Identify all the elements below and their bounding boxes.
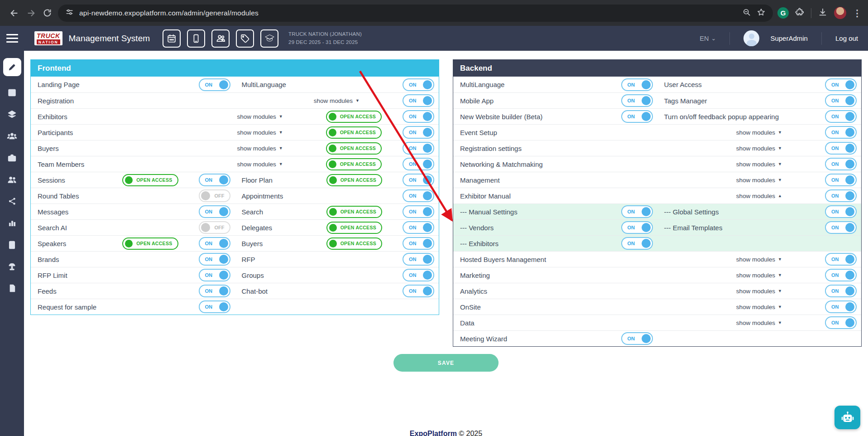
- mobile-app-button[interactable]: [187, 29, 205, 48]
- module-toggle-on[interactable]: ON: [825, 189, 857, 202]
- module-toggle-on[interactable]: ON: [403, 94, 434, 107]
- module-toggle-on[interactable]: ON: [199, 78, 230, 91]
- participants-button[interactable]: [211, 29, 230, 48]
- module-toggle-on[interactable]: ON: [199, 174, 230, 186]
- module-toggle-on[interactable]: ON: [199, 205, 230, 218]
- open-access-badge[interactable]: OPEN ACCESS: [326, 111, 382, 123]
- sidebar-item-analytics[interactable]: [3, 218, 21, 228]
- show-modules-link[interactable]: show modules▼: [237, 145, 283, 152]
- open-access-badge[interactable]: OPEN ACCESS: [326, 206, 382, 218]
- sidebar-item-layers[interactable]: [3, 109, 21, 120]
- show-modules-link[interactable]: show modules▼: [736, 320, 782, 326]
- open-access-badge[interactable]: OPEN ACCESS: [122, 237, 178, 250]
- module-toggle-on[interactable]: ON: [199, 269, 230, 281]
- address-bar[interactable]: api-newdemo.expoplatform.com/admin/gener…: [58, 5, 773, 22]
- module-toggle-on[interactable]: ON: [403, 253, 434, 266]
- sidebar-item-list[interactable]: [3, 87, 21, 98]
- hamburger-menu-icon[interactable]: [6, 34, 18, 43]
- user-name[interactable]: SuperAdmin: [770, 34, 808, 42]
- sidebar-item-briefcase[interactable]: [3, 152, 21, 163]
- extensions-puzzle-icon[interactable]: [795, 7, 805, 19]
- open-access-badge[interactable]: OPEN ACCESS: [326, 142, 382, 155]
- forward-icon[interactable]: [23, 5, 39, 21]
- show-modules-link[interactable]: show modules▼: [736, 129, 782, 136]
- module-toggle-on[interactable]: ON: [403, 126, 434, 139]
- user-avatar[interactable]: [743, 30, 759, 46]
- save-button[interactable]: SAVE: [393, 354, 499, 372]
- module-toggle-on[interactable]: ON: [825, 174, 857, 186]
- sidebar-item-edit[interactable]: [3, 58, 21, 76]
- module-toggle-on[interactable]: ON: [825, 158, 857, 170]
- back-icon[interactable]: [6, 5, 23, 21]
- module-toggle-on[interactable]: ON: [621, 237, 653, 250]
- module-toggle-on[interactable]: ON: [621, 205, 653, 218]
- module-toggle-off[interactable]: OFF: [199, 189, 230, 202]
- sidebar-item-booth[interactable]: [3, 261, 21, 272]
- logout-button[interactable]: Log out: [835, 34, 858, 42]
- open-access-badge[interactable]: OPEN ACCESS: [326, 126, 382, 139]
- module-toggle-on[interactable]: ON: [825, 94, 857, 107]
- module-toggle-on[interactable]: ON: [825, 126, 857, 139]
- downloads-icon[interactable]: [818, 7, 828, 19]
- site-settings-icon[interactable]: [65, 8, 74, 18]
- footer-brand[interactable]: ExpoPlatform: [410, 430, 457, 436]
- module-toggle-on[interactable]: ON: [825, 269, 857, 281]
- module-toggle-on[interactable]: ON: [825, 205, 857, 218]
- url-text[interactable]: api-newdemo.expoplatform.com/admin/gener…: [79, 9, 737, 17]
- open-access-badge[interactable]: OPEN ACCESS: [326, 237, 382, 250]
- tags-button[interactable]: [236, 29, 254, 48]
- show-modules-link[interactable]: show modules▲: [736, 193, 782, 199]
- module-toggle-on[interactable]: ON: [403, 158, 434, 170]
- module-toggle-on[interactable]: ON: [825, 300, 857, 313]
- browser-menu-kebab-icon[interactable]: ⋮: [853, 8, 862, 19]
- sidebar-item-share[interactable]: [3, 196, 21, 207]
- show-modules-link[interactable]: show modules▼: [736, 256, 782, 263]
- open-access-badge[interactable]: OPEN ACCESS: [326, 158, 382, 170]
- module-toggle-off[interactable]: OFF: [199, 221, 230, 234]
- grammarly-extension-icon[interactable]: G: [777, 7, 789, 19]
- show-modules-link[interactable]: show modules▼: [736, 161, 782, 168]
- module-toggle-on[interactable]: ON: [199, 285, 230, 297]
- education-button[interactable]: [260, 29, 278, 48]
- reload-icon[interactable]: [39, 5, 55, 21]
- module-toggle-on[interactable]: ON: [403, 269, 434, 281]
- show-modules-link[interactable]: show modules▼: [736, 304, 782, 310]
- show-modules-link[interactable]: show modules▼: [736, 288, 782, 295]
- module-toggle-on[interactable]: ON: [825, 110, 857, 123]
- show-modules-link[interactable]: show modules▼: [237, 113, 283, 120]
- module-toggle-on[interactable]: ON: [621, 94, 653, 107]
- module-toggle-on[interactable]: ON: [403, 205, 434, 218]
- bookmark-star-icon[interactable]: [757, 8, 766, 19]
- module-toggle-on[interactable]: ON: [199, 253, 230, 266]
- open-access-badge[interactable]: OPEN ACCESS: [122, 174, 178, 186]
- show-modules-link[interactable]: show modules▼: [736, 145, 782, 152]
- browser-profile-avatar[interactable]: [834, 7, 846, 19]
- module-toggle-on[interactable]: ON: [199, 300, 230, 313]
- module-toggle-on[interactable]: ON: [403, 285, 434, 297]
- show-modules-link[interactable]: show modules▼: [237, 129, 283, 136]
- sidebar-item-tablet[interactable]: [3, 239, 21, 250]
- show-modules-link[interactable]: show modules▼: [736, 177, 782, 184]
- show-modules-link[interactable]: show modules▼: [237, 161, 283, 168]
- calendar-button[interactable]: [163, 29, 181, 48]
- sidebar-item-file-upload[interactable]: [3, 283, 21, 294]
- language-selector[interactable]: EN ⌄: [700, 35, 716, 42]
- module-toggle-on[interactable]: ON: [199, 237, 230, 250]
- module-toggle-on[interactable]: ON: [403, 110, 434, 123]
- module-toggle-on[interactable]: ON: [825, 253, 857, 266]
- module-toggle-on[interactable]: ON: [403, 237, 434, 250]
- module-toggle-on[interactable]: ON: [825, 316, 857, 329]
- module-toggle-on[interactable]: ON: [621, 110, 653, 123]
- module-toggle-on[interactable]: ON: [403, 142, 434, 155]
- zoom-out-icon[interactable]: [742, 8, 751, 19]
- sidebar-item-team[interactable]: [3, 131, 21, 141]
- module-toggle-on[interactable]: ON: [403, 221, 434, 234]
- module-toggle-on[interactable]: ON: [825, 221, 857, 234]
- show-modules-link[interactable]: show modules▼: [314, 97, 360, 104]
- sidebar-item-users[interactable]: [3, 174, 21, 185]
- module-toggle-on[interactable]: ON: [621, 221, 653, 234]
- module-toggle-on[interactable]: ON: [403, 174, 434, 186]
- show-modules-link[interactable]: show modules▼: [736, 272, 782, 279]
- module-toggle-on[interactable]: ON: [403, 78, 434, 91]
- chatbot-button[interactable]: [834, 406, 860, 429]
